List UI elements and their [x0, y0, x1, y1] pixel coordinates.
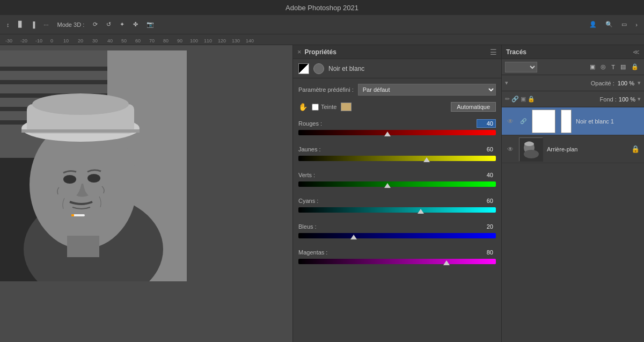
panel-header: Noir et blanc	[293, 59, 501, 78]
main-area: × Propriétés ☰ Noir et blanc Paramètre p…	[0, 45, 644, 342]
traces-title-bar: Tracés ≪	[502, 45, 644, 59]
tool-3d-3[interactable]: ✦	[118, 20, 127, 29]
panel-body: Paramètre prédéfini : Par défaut ✋ Teint…	[293, 78, 501, 342]
traces-tool-text[interactable]: T	[609, 63, 617, 71]
layers-opacity-toolbar: ▾ Opacité : 100 % ▾	[502, 75, 644, 91]
slider-label-rouge: Rouges :	[298, 120, 322, 127]
svg-rect-16	[67, 236, 99, 257]
slider-value-verts[interactable]: 40	[477, 171, 496, 179]
traces-title: Tracés	[506, 48, 526, 56]
layer-link-icon-1[interactable]: 🔗	[519, 117, 528, 126]
slider-row-cyans: Cyans :60	[298, 197, 496, 213]
app-title: Adobe Photoshop 2021	[286, 4, 358, 12]
blend-mode-dropdown[interactable]: ▾	[505, 79, 508, 86]
main-toolbar: ↕ ▊ ▐ ··· Mode 3D : ⟳ ↺ ✦ ✤ 📷 👤 🔍 ▭ ›	[0, 15, 644, 34]
preset-select[interactable]: Par défaut	[358, 84, 496, 96]
tools-row: ✏ 🔗 ▣ 🔒	[505, 96, 535, 103]
slider-track-cyans[interactable]	[298, 207, 496, 213]
tool-move[interactable]: ↕	[4, 20, 12, 29]
traces-tool-image[interactable]: ▣	[588, 62, 597, 71]
more-icon[interactable]: ›	[633, 20, 640, 29]
layer-type-label: Noir et blanc	[328, 65, 364, 72]
slider-label-jaune: Jaunes :	[298, 146, 321, 152]
ruler: -30 -20 -10 0 10 20 30 40 50 60 70 80 90…	[0, 34, 644, 45]
search-icon[interactable]: 🔍	[603, 20, 615, 29]
slider-row-rouge: Rouges :40	[298, 119, 496, 135]
svg-rect-13	[21, 129, 140, 133]
slider-row-jaune: Jaunes :60	[298, 145, 496, 161]
traces-tool-lock[interactable]: 🔒	[629, 62, 641, 71]
slider-value-cyans[interactable]: 60	[477, 197, 496, 205]
slider-row-verts: Verts :40	[298, 171, 496, 187]
layer-thumb-mask	[561, 110, 572, 133]
layer-eye-icon-1[interactable]: 👁	[506, 117, 515, 126]
workspace-icon[interactable]: ▭	[619, 20, 629, 29]
tool-3d-2[interactable]: ↺	[104, 20, 113, 29]
slider-thumb-magentas[interactable]	[443, 260, 450, 265]
fill-value[interactable]: 100 %	[619, 96, 635, 103]
layer-thumb-photo	[519, 137, 543, 161]
tool-3d-4[interactable]: ✤	[131, 20, 140, 29]
slider-row-bleus: Bleus :20	[298, 222, 496, 238]
title-bar: Adobe Photoshop 2021	[0, 0, 644, 15]
auto-button[interactable]: Automatique	[451, 102, 496, 112]
traces-panel: Tracés ≪ ▣ ◎ T ▤ 🔒 ▾ Opacité : 100 % ▾ ✏…	[502, 45, 644, 342]
slider-value-magentas[interactable]: 80	[477, 248, 496, 257]
traces-dropdown[interactable]	[505, 62, 537, 72]
svg-point-22	[524, 150, 539, 158]
slider-track-bleus[interactable]	[298, 233, 496, 238]
slider-track-magentas[interactable]	[298, 259, 496, 264]
slider-track-verts[interactable]	[298, 181, 496, 187]
slider-value-jaune[interactable]: 60	[477, 145, 496, 154]
layer-name-2: Arrière-plan	[547, 146, 577, 152]
tint-color-swatch[interactable]	[341, 103, 352, 111]
tint-checkbox[interactable]	[312, 104, 319, 111]
slider-label-verts: Verts :	[298, 172, 315, 178]
layer-name-1: Noir et blanc 1	[576, 118, 614, 125]
panel-menu-icon[interactable]: ☰	[490, 48, 497, 56]
panel-close-icon[interactable]: ×	[297, 48, 302, 56]
traces-tool-circle[interactable]: ◎	[598, 62, 608, 71]
layer-item-background[interactable]: 👁 Arrière-plan 🔒	[502, 135, 644, 163]
preset-row: Paramètre prédéfini : Par défaut	[298, 84, 496, 96]
layers-fill-toolbar: ✏ 🔗 ▣ 🔒 Fond : 100 % ▾	[502, 91, 644, 107]
slider-track-rouge[interactable]	[298, 130, 496, 135]
tint-row: ✋ Teinte Automatique	[298, 102, 496, 112]
slider-label-cyans: Cyans :	[298, 198, 318, 204]
tool-panel[interactable]: ▐	[29, 20, 38, 29]
slider-track-jaune[interactable]	[298, 156, 496, 161]
slider-value-bleus[interactable]: 20	[477, 222, 496, 231]
svg-point-14	[63, 175, 76, 184]
tool-3d-5[interactable]: 📷	[144, 20, 156, 29]
layer-thumb-bw	[298, 63, 309, 74]
tint-checkbox-label[interactable]: Teinte	[312, 104, 336, 111]
slider-value-rouge[interactable]: 40	[477, 119, 496, 128]
canvas-area[interactable]	[0, 45, 292, 342]
panel-title-bar: × Propriétés ☰	[293, 45, 501, 59]
tool-more[interactable]: ···	[41, 20, 50, 29]
layer-item-noir-blanc[interactable]: 👁 🔗 Noir et blanc 1	[502, 107, 644, 135]
user-icon[interactable]: 👤	[587, 20, 599, 29]
svg-point-15	[87, 174, 100, 183]
layer-eye-icon-2[interactable]: 👁	[506, 145, 515, 154]
photo-face	[0, 50, 187, 281]
slider-row-magentas: Magentas :80	[298, 248, 496, 264]
hand-icon[interactable]: ✋	[298, 103, 308, 111]
traces-tool-grid[interactable]: ▤	[618, 62, 628, 71]
tint-label: Teinte	[321, 104, 336, 110]
slider-thumb-jaune[interactable]	[423, 157, 430, 162]
opacity-value[interactable]: 100 %	[618, 80, 634, 86]
svg-rect-18	[71, 214, 74, 216]
fill-chevron[interactable]: ▾	[638, 96, 641, 103]
slider-label-magentas: Magentas :	[298, 249, 327, 256]
slider-thumb-rouge[interactable]	[384, 132, 391, 136]
slider-thumb-verts[interactable]	[384, 183, 391, 188]
traces-collapse-icon[interactable]: ≪	[633, 48, 640, 56]
tool-3d-1[interactable]: ⟳	[91, 20, 100, 29]
slider-thumb-bleus[interactable]	[350, 235, 357, 239]
slider-thumb-cyans[interactable]	[418, 209, 424, 214]
layer-thumb-adjustment	[532, 110, 555, 133]
tool-bar[interactable]: ▊	[16, 20, 25, 29]
panel-title: Propriétés	[305, 48, 336, 56]
opacity-chevron[interactable]: ▾	[638, 79, 641, 86]
